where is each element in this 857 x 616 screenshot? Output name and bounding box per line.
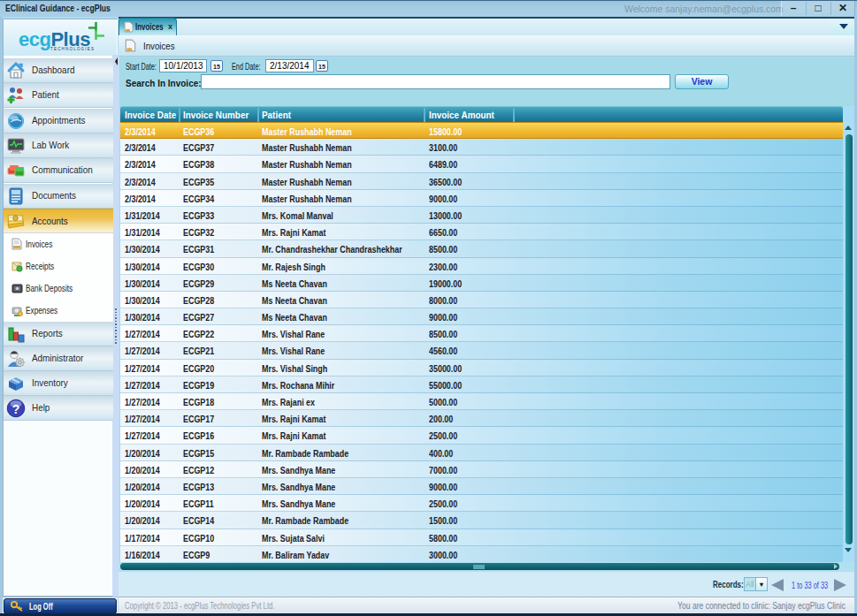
- svg-text:?: ?: [12, 402, 20, 416]
